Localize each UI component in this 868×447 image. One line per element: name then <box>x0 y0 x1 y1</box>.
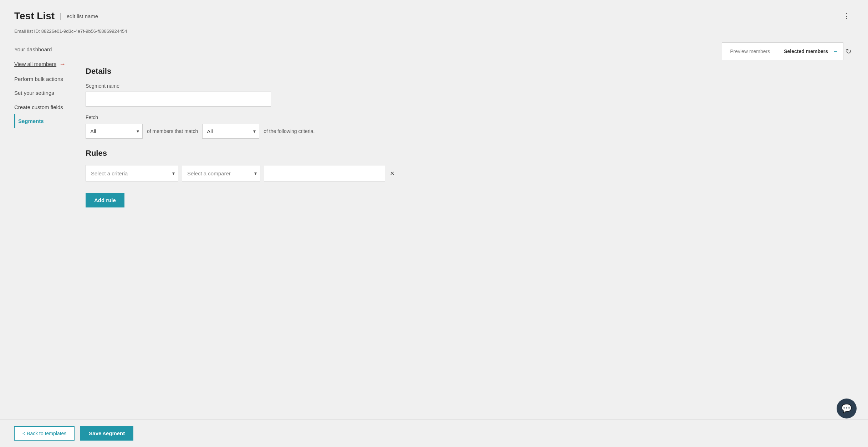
sidebar-item-bulk-actions[interactable]: Perform bulk actions <box>14 72 78 86</box>
rules-section: Rules Select a criteria Select a compare… <box>86 149 854 207</box>
of-members-text: of members that match <box>147 128 198 134</box>
sidebar-item-custom-fields[interactable]: Create custom fields <box>14 100 78 114</box>
chat-icon: 💬 <box>841 404 852 413</box>
fetch-label: Fetch <box>86 114 854 120</box>
three-dots-menu[interactable]: ⋮ <box>840 10 854 22</box>
criteria-select-wrap: Select a criteria <box>86 165 178 181</box>
selected-members-count: – <box>834 48 837 55</box>
segment-name-label: Segment name <box>86 83 854 89</box>
details-section: Details Segment name Fetch All of member… <box>86 67 854 139</box>
sidebar-item-members[interactable]: View all members → <box>14 57 78 72</box>
fetch-select[interactable]: All <box>86 124 143 139</box>
sidebar: Your dashboard View all members → Perfor… <box>14 42 86 128</box>
selected-members-button[interactable]: Selected members – <box>778 42 843 60</box>
sidebar-item-settings[interactable]: Set your settings <box>14 86 78 100</box>
back-to-templates-button[interactable]: < Back to templates <box>14 426 75 441</box>
comparer-select[interactable]: Select a comparer <box>182 165 260 181</box>
footer: < Back to templates Save segment <box>0 419 868 447</box>
add-rule-button[interactable]: Add rule <box>86 193 124 207</box>
match-select-wrap: All <box>202 124 259 139</box>
save-segment-button[interactable]: Save segment <box>80 426 133 441</box>
top-bar: Preview members Selected members – ↻ <box>86 42 854 60</box>
of-criteria-text: of the following criteria. <box>264 128 315 134</box>
criteria-select[interactable]: Select a criteria <box>86 165 178 181</box>
email-list-id: Email list ID: 88226e01-9d3c-4e7f-9b56-f… <box>14 29 854 34</box>
edit-list-name-link[interactable]: edit list name <box>67 13 98 19</box>
rule-row: Select a criteria Select a comparer × <box>86 165 854 181</box>
segment-name-input[interactable] <box>86 92 271 107</box>
fetch-select-wrap: All <box>86 124 143 139</box>
sidebar-item-segments[interactable]: Segments <box>14 114 78 128</box>
main-panel: Preview members Selected members – ↻ Det… <box>86 42 854 207</box>
preview-members-button[interactable]: Preview members <box>722 42 778 60</box>
details-title: Details <box>86 67 854 76</box>
rules-title: Rules <box>86 149 854 158</box>
title-divider: | <box>60 11 62 21</box>
arrow-icon: → <box>59 60 66 68</box>
rule-remove-button[interactable]: × <box>389 169 396 178</box>
comparer-select-wrap: Select a comparer <box>182 165 260 181</box>
match-select[interactable]: All <box>202 124 259 139</box>
sidebar-item-dashboard[interactable]: Your dashboard <box>14 42 78 57</box>
selected-members-label: Selected members <box>784 48 828 54</box>
rule-value-input[interactable] <box>264 165 385 181</box>
page-title: Test List <box>14 10 55 22</box>
chat-fab[interactable]: 💬 <box>837 399 857 418</box>
refresh-button[interactable]: ↻ <box>843 42 854 60</box>
